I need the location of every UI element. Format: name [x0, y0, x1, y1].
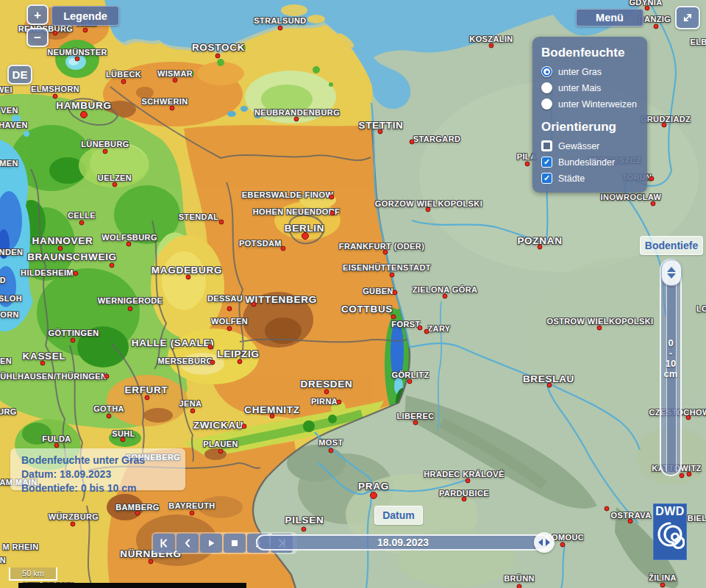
soil-options-group: unter Grasunter Maisunter Winterweizen	[541, 66, 638, 110]
date-slider[interactable]: 18.09.2023	[256, 534, 550, 551]
soil-option-label: unter Winterweizen	[558, 99, 637, 110]
left-right-arrows-icon	[538, 538, 551, 547]
radio-icon[interactable]	[541, 82, 552, 93]
orientation-options-group: Gewässer✓Bundesländer✓Städte	[541, 140, 638, 184]
skip-start-button[interactable]	[153, 534, 175, 553]
orientation-option-gewasser[interactable]: Gewässer	[541, 140, 638, 151]
checkbox-unchecked-icon[interactable]	[541, 140, 552, 151]
scale-bar: 50 km	[9, 567, 57, 581]
map-viewport[interactable]: RENDSBURGKIELNEUMÜNSTERELMSHORNHAMBURGLÜ…	[0, 0, 706, 588]
date-slider-handle[interactable]	[534, 532, 555, 553]
info-layer: Bodenfeuchte unter Gras	[21, 453, 185, 467]
legend-button[interactable]: Legende	[51, 6, 119, 26]
checkbox-checked-icon[interactable]: ✓	[541, 157, 552, 168]
orientation-option-stadte[interactable]: ✓Städte	[541, 173, 638, 184]
dwd-spiral-icon	[655, 518, 685, 551]
orientation-title: Orientierung	[541, 120, 638, 135]
soil-option-label: unter Mais	[558, 83, 601, 93]
soil-depth-slider[interactable]: 0-10cm	[660, 259, 682, 476]
attribution-bar	[18, 583, 246, 588]
menu-button[interactable]: Menü	[576, 9, 643, 26]
skip-start-icon	[158, 537, 170, 549]
date-slider-value: 18.09.2023	[377, 537, 429, 548]
soil-moisture-title: Bodenfeuchte	[541, 46, 638, 60]
locale-button[interactable]: DE	[7, 65, 32, 85]
zoom-in-button[interactable]: +	[26, 4, 49, 25]
orientation-option-label: Städte	[558, 173, 585, 184]
radio-selected-icon[interactable]	[541, 66, 552, 77]
stop-button[interactable]	[224, 534, 246, 553]
info-depth: Bodentiefe: 0 bis 10 cm	[21, 481, 185, 495]
zoom-out-button[interactable]: −	[26, 28, 49, 47]
step-back-button[interactable]	[176, 534, 199, 553]
date-button[interactable]: Datum	[374, 506, 423, 525]
info-box: Bodenfeuchte unter Gras Datum: 18.09.202…	[10, 448, 185, 490]
soil-depth-slider-handle[interactable]	[661, 259, 682, 286]
up-down-arrows-icon	[666, 266, 677, 279]
scale-bar-label: 50 km	[22, 569, 44, 578]
layer-panel: Bodenfeuchte unter Grasunter Maisunter W…	[532, 37, 647, 193]
soil-depth-value: 0-10cm	[661, 338, 680, 379]
soil-option-label: unter Gras	[558, 67, 602, 77]
play-icon	[205, 537, 217, 549]
dwd-logo[interactable]: DWD	[653, 503, 687, 560]
orientation-option-label: Bundesländer	[558, 157, 615, 168]
soil-depth-button[interactable]: Bodentiefe	[640, 236, 703, 255]
play-button[interactable]	[200, 534, 222, 553]
info-date: Datum: 18.09.2023	[21, 467, 185, 481]
radio-icon[interactable]	[541, 98, 552, 110]
step-back-icon	[182, 537, 193, 549]
fullscreen-icon	[680, 10, 695, 25]
checkbox-checked-icon[interactable]: ✓	[541, 173, 552, 184]
orientation-option-bundeslander[interactable]: ✓Bundesländer	[541, 157, 638, 168]
dwd-logo-text: DWD	[655, 505, 685, 518]
soil-option-unter-gras[interactable]: unter Gras	[541, 66, 638, 77]
soil-option-unter-winterweizen[interactable]: unter Winterweizen	[541, 98, 638, 110]
soil-option-unter-mais[interactable]: unter Mais	[541, 82, 638, 93]
orientation-option-label: Gewässer	[558, 141, 599, 151]
fullscreen-button[interactable]	[675, 6, 700, 29]
stop-icon	[229, 537, 240, 549]
